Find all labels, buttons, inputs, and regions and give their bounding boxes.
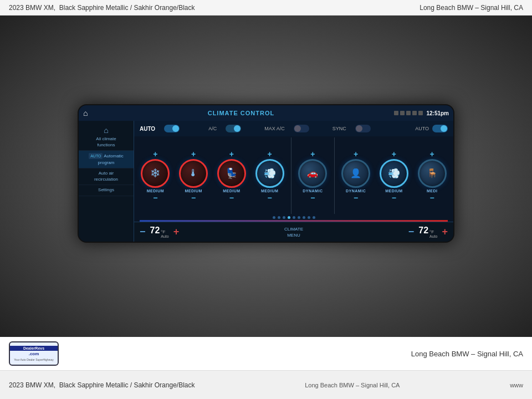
control-1-minus[interactable]: −: [153, 194, 157, 202]
control-2-minus[interactable]: −: [191, 194, 196, 202]
climate-dials-grid: + ❄ MEDIUM − + 🌡 MEDIUM −: [134, 136, 453, 215]
screen-status-bar: 12:51pm: [394, 110, 449, 116]
icon-4: [412, 111, 417, 115]
caption-dealership: Long Beach BMW – Signal Hill, CA: [305, 382, 400, 388]
control-8-column: + 🪑 MEDI −: [414, 150, 450, 202]
control-5-plus[interactable]: +: [310, 150, 315, 158]
control-4-plus[interactable]: +: [268, 150, 272, 158]
control-2-column: + 🌡 MEDIUM −: [176, 150, 212, 202]
temp-right-zone: − 72 °F Auto +: [408, 226, 448, 238]
auto-badge: AUTO: [89, 153, 103, 159]
page-dot-3[interactable]: [283, 216, 285, 219]
page-dot-7[interactable]: [303, 216, 305, 219]
auto-right-toggle[interactable]: [432, 125, 448, 132]
control-2-plus[interactable]: +: [191, 150, 196, 158]
caption-color: Black Sapphire Metallic / Sakhir Orange/…: [59, 381, 195, 389]
control-7-plus[interactable]: +: [392, 150, 396, 158]
temp-left-plus[interactable]: +: [173, 226, 180, 238]
control-8-minus[interactable]: −: [430, 194, 434, 202]
control-3-minus[interactable]: −: [229, 194, 234, 202]
control-1-column: + ❄ MEDIUM −: [137, 150, 173, 202]
climate-menu-sublabel: MENU: [287, 233, 300, 238]
control-6-dial[interactable]: 👤: [341, 159, 370, 188]
auto-toggle[interactable]: [164, 125, 180, 132]
icon-1: [394, 111, 398, 115]
bmw-infotainment-screen: ⌂ CLIMATE CONTROL 12:51pm: [78, 104, 454, 243]
control-2-dial[interactable]: 🌡: [179, 159, 208, 188]
auto-right-label: AUTO: [415, 126, 429, 131]
photo-area: ⌂ CLIMATE CONTROL 12:51pm: [0, 16, 532, 337]
control-1-dial[interactable]: ❄: [141, 159, 170, 188]
auto-right-toggle-knob: [441, 125, 447, 132]
control-6-label: DYNAMIC: [346, 189, 366, 193]
control-5-label: DYNAMIC: [303, 189, 323, 193]
auto-label: AUTO: [140, 126, 155, 132]
sidebar-item-auto[interactable]: AUTO Automaticprogram: [79, 151, 134, 168]
dealer-name: Long Beach BMW – Signal Hill, CA: [411, 350, 523, 358]
control-7-minus[interactable]: −: [392, 194, 396, 202]
control-5-minus[interactable]: −: [310, 194, 315, 202]
control-6-minus[interactable]: −: [354, 194, 358, 202]
sidebar-item-recirculation[interactable]: Auto airrecirculation: [79, 168, 134, 185]
caption-car-info: 2023 BMW XM, Black Sapphire Metallic / S…: [9, 381, 195, 389]
page-dot-8[interactable]: [308, 216, 310, 219]
control-1-plus[interactable]: +: [153, 150, 157, 158]
control-7-column: + 💨 MEDIUM −: [376, 150, 412, 202]
control-3-plus[interactable]: +: [229, 150, 234, 158]
control-8-plus[interactable]: +: [430, 150, 434, 158]
page-dot-5[interactable]: [293, 216, 295, 219]
screen-display: ⌂ CLIMATE CONTROL 12:51pm: [79, 105, 453, 242]
ac-toggle[interactable]: [226, 125, 241, 132]
page-dot-1[interactable]: [273, 216, 275, 219]
control-5-dial[interactable]: 🚗: [298, 159, 327, 188]
temp-right-display: 72 °F Auto: [418, 226, 437, 238]
caption-bar: 2023 BMW XM, Black Sapphire Metallic / S…: [0, 370, 532, 399]
bottom-footer: DealerRevs .com Your Auto Dealer SuperHi…: [0, 337, 532, 399]
control-8-dial[interactable]: 🪑: [418, 159, 447, 188]
temp-left-minus[interactable]: −: [140, 226, 146, 238]
temp-right-plus[interactable]: +: [442, 226, 448, 238]
control-3-label: MEDIUM: [223, 189, 240, 193]
control-7-dial[interactable]: 💨: [380, 159, 408, 188]
control-3-dial[interactable]: 💺: [217, 159, 246, 188]
www-label: www: [510, 382, 523, 388]
max-ac-label: MAX A/C: [264, 126, 285, 131]
sync-toggle[interactable]: [355, 125, 371, 132]
sync-toggle-knob: [356, 125, 362, 132]
temp-left-auto: Auto: [161, 234, 168, 238]
dealer-revs-logo-top: DealerRevs: [10, 346, 58, 351]
dealership-bar: DealerRevs .com Your Auto Dealer SuperHi…: [0, 337, 532, 370]
caption-car-model: 2023 BMW XM,: [9, 381, 55, 389]
caption-logo-area: www: [510, 382, 523, 388]
divider-1: [291, 137, 291, 214]
home-small-icon: ⌂: [82, 125, 130, 135]
page-dot-9[interactable]: [313, 216, 315, 219]
max-ac-toggle-knob: [294, 125, 301, 132]
temp-right-minus[interactable]: −: [408, 226, 415, 238]
control-2-label: MEDIUM: [185, 189, 202, 193]
climate-menu-button[interactable]: CLIMATE MENU: [284, 227, 303, 238]
page-dot-6[interactable]: [298, 216, 300, 219]
control-6-plus[interactable]: +: [354, 150, 358, 158]
divider-2: [334, 137, 335, 214]
header-dealership: Long Beach BMW – Signal Hill, CA: [420, 4, 523, 12]
control-4-minus[interactable]: −: [268, 194, 272, 202]
max-ac-toggle[interactable]: [294, 125, 309, 132]
control-4-dial[interactable]: 💨: [255, 159, 284, 188]
screen-title: CLIMATE CONTROL: [208, 110, 275, 116]
home-icon[interactable]: ⌂: [83, 109, 88, 117]
control-8-label: MEDI: [427, 189, 438, 193]
auto-right-section: AUTO: [415, 125, 448, 132]
sidebar-item-settings[interactable]: Settings: [79, 185, 134, 196]
temp-right-unit: °F: [429, 230, 437, 234]
page-dot-4[interactable]: [288, 216, 290, 219]
screen-topbar: ⌂ CLIMATE CONTROL 12:51pm: [79, 105, 453, 121]
temp-left-display: 72 °F Auto: [150, 226, 169, 238]
temp-right-auto: Auto: [429, 234, 437, 238]
sync-label: SYNC: [332, 126, 346, 131]
icon-3: [406, 111, 411, 115]
control-4-label: MEDIUM: [261, 189, 278, 193]
page-dot-2[interactable]: [278, 216, 280, 219]
sidebar-item-all-climate[interactable]: ⌂ All climatefunctions: [79, 123, 134, 151]
control-5-column: + 🚗 DYNAMIC −: [295, 150, 331, 202]
